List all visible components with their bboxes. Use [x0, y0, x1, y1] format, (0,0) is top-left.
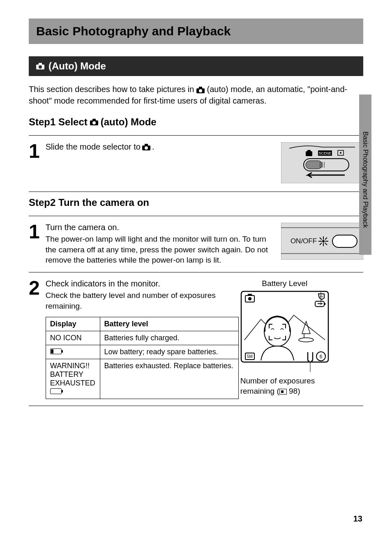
step2-2-desc: Check the battery level and number of ex…: [46, 290, 235, 311]
exposures-caption: Number of exposures remaining ( 98): [240, 376, 329, 396]
step2-heading: Step2 Turn the camera on: [29, 197, 363, 208]
svg-point-11: [145, 146, 148, 150]
svg-point-47: [264, 317, 291, 346]
svg-rect-4: [199, 87, 202, 89]
svg-rect-28: [332, 235, 357, 247]
monitor-illustration: Battery Level IN: [240, 279, 329, 396]
step-number: 1: [29, 142, 40, 160]
page-content: Basic Photography and Playback (Auto) Mo…: [0, 0, 392, 406]
divider: [29, 192, 363, 192]
svg-text:6: 6: [319, 354, 322, 360]
step1-block: 1 Slide the mode selector to . SCENE: [29, 136, 363, 192]
table-cell: Low battery; ready spare batteries.: [100, 345, 238, 359]
table-cell: [46, 345, 100, 359]
svg-rect-44: [324, 303, 325, 305]
step1-title: Slide the mode selector to .: [46, 142, 275, 152]
svg-point-5: [199, 89, 202, 92]
battery-table: Display Battery level NO ICON Batteries …: [46, 317, 239, 399]
table-cell: Batteries exhausted. Replace batteries.: [100, 359, 238, 399]
svg-point-18: [340, 152, 341, 154]
step1-heading: Step1 Select (auto) Mode: [29, 116, 363, 128]
svg-point-41: [248, 297, 251, 300]
power-switch-illustration: ON/OFF: [281, 223, 363, 261]
step-number: 1: [29, 223, 40, 240]
table-row: Display Battery level: [46, 317, 238, 331]
camera-icon: [196, 87, 205, 93]
svg-rect-1: [39, 63, 42, 65]
step2-1-title: Turn the camera on.: [46, 223, 275, 232]
mode-selector-illustration: SCENE: [281, 142, 363, 185]
svg-rect-20: [306, 161, 322, 169]
chapter-header: Basic Photography and Playback: [29, 18, 363, 44]
step2-1-block: 1 Turn the camera on. The power-on lamp …: [29, 216, 363, 272]
page-number: 13: [353, 514, 362, 524]
table-header-display: Display: [46, 317, 100, 331]
table-cell: NO ICON: [46, 331, 100, 345]
sidebar-label: Basic Photography and Playback: [362, 132, 369, 228]
camera-icon: [142, 144, 150, 150]
divider: [29, 406, 363, 406]
step2-2-title: Check indicators in the monitor.: [46, 279, 235, 288]
svg-text:IN: IN: [320, 295, 323, 298]
svg-rect-7: [92, 119, 96, 121]
table-cell: WARNING!! BATTERY EXHAUSTED: [46, 359, 100, 399]
reference-icon: [279, 389, 287, 395]
table-row: NO ICON Batteries fully charged.: [46, 331, 238, 345]
svg-rect-13: [306, 151, 312, 156]
svg-text:5M: 5M: [247, 354, 253, 359]
chapter-title: Basic Photography and Playback: [36, 24, 356, 38]
section-header: (Auto) Mode: [29, 56, 363, 76]
svg-point-2: [39, 65, 42, 69]
battery-low-icon: [50, 348, 62, 354]
camera-icon: [90, 119, 98, 125]
svg-text:SCENE: SCENE: [318, 151, 331, 155]
svg-rect-14: [307, 150, 311, 152]
section-title: (Auto) Mode: [48, 60, 106, 72]
battery-empty-icon: [50, 388, 62, 394]
svg-text:ON/OFF: ON/OFF: [291, 237, 317, 245]
svg-rect-40: [248, 294, 252, 296]
step2-2-block: 2 Check indicators in the monitor. Check…: [29, 272, 363, 406]
svg-rect-10: [145, 144, 148, 146]
table-header-level: Battery level: [100, 317, 238, 331]
table-cell: Batteries fully charged.: [100, 331, 238, 345]
table-row: Low battery; ready spare batteries.: [46, 345, 238, 359]
svg-point-37: [322, 240, 325, 242]
intro-text: This section describes how to take pictu…: [29, 83, 363, 106]
camera-icon: [36, 63, 44, 69]
svg-point-8: [92, 121, 96, 125]
table-row: WARNING!! BATTERY EXHAUSTED Batteries ex…: [46, 359, 238, 399]
battery-level-caption: Battery Level: [262, 279, 307, 288]
step-number: 2: [29, 279, 40, 297]
step2-1-desc: The power-on lamp will light and the mon…: [46, 234, 275, 265]
